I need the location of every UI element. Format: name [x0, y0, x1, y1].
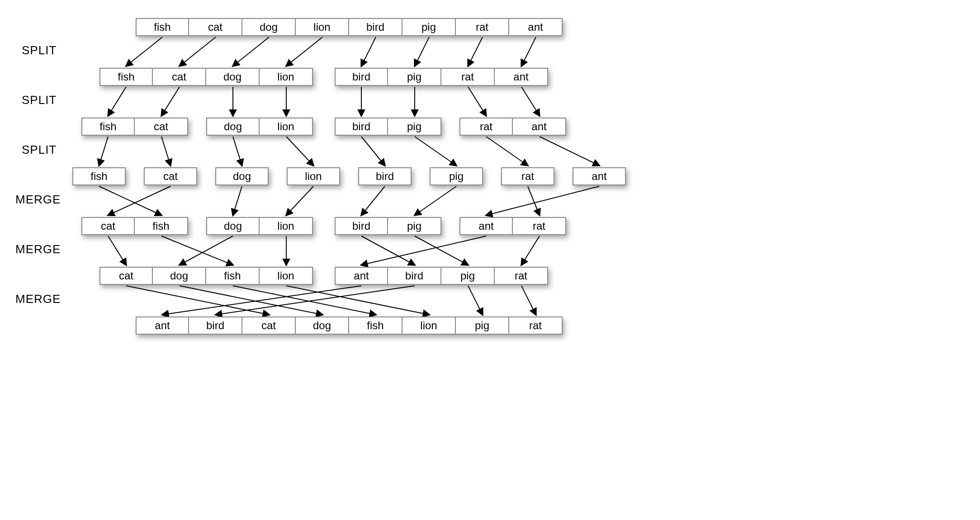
svg-line-18	[233, 137, 242, 165]
svg-line-47	[521, 286, 536, 315]
svg-line-9	[161, 87, 180, 116]
svg-line-8	[108, 87, 126, 116]
svg-line-38	[361, 236, 486, 265]
arrow-layer	[9, 9, 669, 362]
cell: dog	[215, 167, 269, 185]
row3-g6: rat	[501, 167, 554, 185]
row2-g2: birdpig	[335, 118, 441, 136]
cell: fish	[72, 167, 126, 185]
svg-line-2	[233, 37, 269, 66]
cell: pig	[441, 267, 495, 285]
svg-line-34	[180, 236, 233, 265]
cell: rat	[495, 267, 548, 285]
label-split-2: SPLIT	[22, 93, 57, 107]
row1-left: fishcatdoglion	[99, 68, 313, 86]
svg-line-19	[286, 137, 313, 165]
row5-right: antbirdpigrat	[335, 267, 548, 285]
cell: dog	[206, 68, 260, 86]
cell: ant	[573, 167, 626, 185]
svg-line-29	[415, 186, 456, 215]
mergesort-diagram: SPLIT SPLIT SPLIT MERGE MERGE MERGE fish…	[9, 9, 669, 362]
cell: bird	[349, 18, 402, 36]
row4-g1: doglion	[206, 217, 313, 235]
row2-g3: ratant	[459, 118, 566, 136]
cell: cat	[135, 118, 188, 136]
cell: dog	[242, 18, 296, 36]
cell: bird	[358, 167, 412, 185]
cell: ant	[513, 118, 566, 136]
svg-line-5	[415, 37, 429, 66]
svg-line-17	[161, 137, 170, 165]
svg-line-44	[162, 286, 361, 315]
svg-line-31	[486, 186, 599, 215]
cell: cat	[153, 68, 206, 86]
cell: rat	[513, 217, 566, 235]
cell: bird	[189, 317, 242, 335]
row3-g7: ant	[573, 167, 626, 185]
cell: rat	[441, 68, 495, 86]
row0-array: fishcatdoglionbirdpigratant	[136, 18, 563, 36]
svg-line-43	[286, 286, 429, 315]
cell: cat	[144, 167, 197, 185]
svg-line-37	[415, 236, 468, 265]
cell: fish	[99, 68, 153, 86]
svg-line-32	[108, 236, 126, 265]
cell: ant	[495, 68, 548, 86]
svg-line-20	[361, 137, 385, 165]
row3-g5: pig	[430, 167, 483, 185]
label-split-1: SPLIT	[22, 43, 57, 57]
cell: pig	[388, 118, 441, 136]
cell: bird	[335, 68, 388, 86]
svg-line-6	[468, 37, 483, 66]
cell: rat	[456, 18, 509, 36]
svg-line-3	[286, 37, 322, 66]
row3-g1: cat	[144, 167, 197, 185]
row1-right: birdpigratant	[335, 68, 548, 86]
svg-line-27	[286, 186, 313, 215]
svg-line-21	[415, 137, 456, 165]
cell: fish	[81, 118, 135, 136]
cell: rat	[501, 167, 554, 185]
cell: cat	[81, 217, 135, 235]
svg-line-45	[216, 286, 415, 315]
cell: lion	[260, 267, 313, 285]
cell: pig	[402, 18, 456, 36]
cell: pig	[388, 68, 441, 86]
row3-g0: fish	[72, 167, 126, 185]
svg-line-46	[468, 286, 483, 315]
label-merge-1: MERGE	[15, 193, 61, 207]
cell: fish	[206, 267, 260, 285]
cell: lion	[260, 217, 313, 235]
cell: rat	[509, 317, 563, 335]
row3-g4: bird	[358, 167, 412, 185]
svg-line-15	[521, 87, 540, 116]
row4-g2: birdpig	[335, 217, 441, 235]
cell: cat	[242, 317, 296, 335]
svg-line-22	[486, 137, 528, 165]
cell: dog	[206, 118, 260, 136]
cell: dog	[153, 267, 206, 285]
svg-line-28	[361, 186, 385, 215]
cell: bird	[335, 118, 388, 136]
cell: lion	[260, 118, 313, 136]
cell: pig	[456, 317, 509, 335]
cell: lion	[260, 68, 313, 86]
svg-line-41	[180, 286, 322, 315]
cell: bird	[335, 217, 388, 235]
cell: ant	[459, 217, 513, 235]
label-merge-3: MERGE	[15, 292, 61, 306]
svg-line-26	[233, 186, 242, 215]
row6-result: antbirdcatdogfishlionpigrat	[136, 317, 563, 335]
svg-line-30	[528, 186, 540, 215]
row4-g0: catfish	[81, 217, 188, 235]
row3-g3: lion	[287, 167, 340, 185]
svg-line-42	[233, 286, 376, 315]
cell: ant	[509, 18, 563, 36]
cell: dog	[206, 217, 260, 235]
svg-line-24	[99, 186, 161, 215]
cell: lion	[296, 18, 349, 36]
svg-line-14	[468, 87, 486, 116]
svg-line-40	[126, 286, 269, 315]
svg-line-39	[521, 236, 540, 265]
cell: pig	[430, 167, 483, 185]
